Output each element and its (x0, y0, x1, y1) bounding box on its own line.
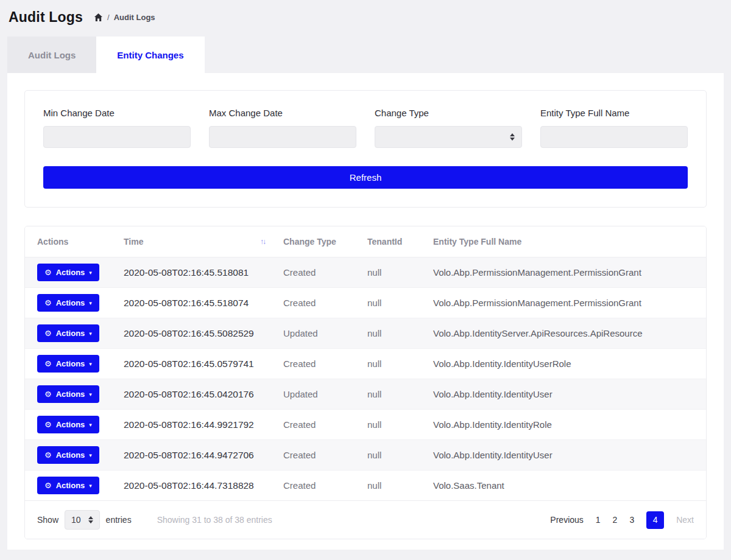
gear-icon: ⚙ (44, 390, 52, 399)
pagination-previous[interactable]: Previous (550, 515, 583, 525)
page-size-select[interactable]: 10 (65, 510, 100, 530)
entity-changes-table-card: Actions Time ↑↓ Change Type TenantId Ent… (24, 226, 707, 539)
header-change-type: Change Type (276, 226, 360, 257)
table-row: ⚙Actions▾ 2020-05-08T02:16:44.9921792 Cr… (25, 410, 706, 440)
pagination-page-1[interactable]: 1 (596, 515, 601, 525)
header-actions: Actions (25, 226, 116, 257)
header-entity-type-full-name: Entity Type Full Name (426, 226, 706, 257)
pagination-page-4-active[interactable]: 4 (646, 511, 664, 529)
table-row: ⚙Actions▾ 2020-05-08T02:16:45.5082529 Up… (25, 318, 706, 349)
caret-down-icon: ▾ (89, 391, 92, 397)
gear-icon: ⚙ (44, 481, 52, 490)
cell-time: 2020-05-08T02:16:44.9921792 (116, 410, 276, 440)
tab-audit-logs[interactable]: Audit Logs (7, 37, 96, 73)
cell-change-type: Updated (276, 318, 360, 349)
entity-type-full-name-input[interactable] (540, 126, 688, 148)
breadcrumb-current: Audit Logs (114, 13, 155, 22)
cell-entity-type: Volo.Abp.Identity.IdentityRole (426, 410, 706, 440)
caret-down-icon: ▾ (89, 483, 92, 489)
header-tenant-id: TenantId (360, 226, 426, 257)
cell-change-type: Created (276, 440, 360, 471)
page-header: Audit Logs / Audit Logs (0, 0, 731, 35)
cell-entity-type: Volo.Abp.PermissionManagement.Permission… (426, 288, 706, 318)
cell-entity-type: Volo.Abp.IdentityServer.ApiResources.Api… (426, 318, 706, 349)
max-change-date-input[interactable] (209, 126, 356, 148)
select-arrows-icon (510, 133, 515, 141)
entity-type-full-name-label: Entity Type Full Name (540, 108, 688, 118)
table-row: ⚙Actions▾ 2020-05-08T02:16:45.518074 Cre… (25, 288, 706, 318)
pagination: Previous 1 2 3 4 Next (550, 511, 694, 529)
header-time[interactable]: Time ↑↓ (116, 226, 276, 257)
caret-down-icon: ▾ (89, 452, 92, 458)
cell-tenant-id: null (360, 410, 426, 440)
actions-dropdown-button[interactable]: ⚙Actions▾ (37, 385, 99, 403)
filter-card: Min Change Date Max Change Date Change T… (24, 90, 707, 208)
refresh-button[interactable]: Refresh (43, 166, 688, 189)
table-row: ⚙Actions▾ 2020-05-08T02:16:45.0420176 Up… (25, 379, 706, 410)
field-min-change-date: Min Change Date (43, 108, 191, 148)
cell-entity-type: Volo.Abp.Identity.IdentityUserRole (426, 349, 706, 379)
entity-changes-table: Actions Time ↑↓ Change Type TenantId Ent… (25, 226, 706, 500)
pagination-next[interactable]: Next (676, 515, 694, 525)
actions-dropdown-button[interactable]: ⚙Actions▾ (37, 446, 99, 464)
entries-label: entries (106, 515, 132, 525)
table-header-row: Actions Time ↑↓ Change Type TenantId Ent… (25, 226, 706, 257)
cell-entity-type: Volo.Abp.Identity.IdentityUser (426, 440, 706, 471)
cell-time: 2020-05-08T02:16:44.7318828 (116, 471, 276, 501)
cell-time: 2020-05-08T02:16:45.0420176 (116, 379, 276, 410)
sort-icon[interactable]: ↑↓ (260, 237, 265, 246)
cell-change-type: Created (276, 410, 360, 440)
cell-tenant-id: null (360, 440, 426, 471)
breadcrumb: / Audit Logs (94, 13, 155, 22)
table-footer: Show 10 entries Showing 31 to 38 of 38 e… (25, 500, 706, 539)
cell-time: 2020-05-08T02:16:44.9472706 (116, 440, 276, 471)
cell-tenant-id: null (360, 349, 426, 379)
cell-time: 2020-05-08T02:16:45.518081 (116, 257, 276, 288)
tab-strip: Audit Logs Entity Changes (7, 37, 724, 73)
cell-time: 2020-05-08T02:16:45.5082529 (116, 318, 276, 349)
pagination-page-3[interactable]: 3 (629, 515, 634, 525)
tab-content-panel: Min Change Date Max Change Date Change T… (7, 73, 724, 550)
cell-change-type: Updated (276, 379, 360, 410)
cell-tenant-id: null (360, 318, 426, 349)
cell-entity-type: Volo.Abp.Identity.IdentityUser (426, 379, 706, 410)
cell-tenant-id: null (360, 471, 426, 501)
pagination-page-2[interactable]: 2 (613, 515, 618, 525)
actions-dropdown-button[interactable]: ⚙Actions▾ (37, 264, 99, 281)
showing-entries-text: Showing 31 to 38 of 38 entries (157, 515, 272, 525)
table-row: ⚙Actions▾ 2020-05-08T02:16:44.9472706 Cr… (25, 440, 706, 471)
gear-icon: ⚙ (44, 298, 52, 307)
cell-change-type: Created (276, 349, 360, 379)
home-icon[interactable] (94, 13, 103, 22)
actions-dropdown-button[interactable]: ⚙Actions▾ (37, 294, 99, 312)
caret-down-icon: ▾ (89, 331, 92, 337)
table-row: ⚙Actions▾ 2020-05-08T02:16:45.0579741 Cr… (25, 349, 706, 379)
gear-icon: ⚙ (44, 359, 52, 368)
breadcrumb-separator: / (107, 13, 110, 22)
table-row: ⚙Actions▾ 2020-05-08T02:16:45.518081 Cre… (25, 257, 706, 288)
show-label: Show (37, 515, 58, 525)
tab-entity-changes[interactable]: Entity Changes (96, 37, 204, 73)
caret-down-icon: ▾ (89, 422, 92, 428)
change-type-select[interactable] (375, 126, 522, 148)
page-size-value: 10 (71, 515, 81, 525)
cell-time: 2020-05-08T02:16:45.0579741 (116, 349, 276, 379)
change-type-label: Change Type (375, 108, 522, 118)
actions-dropdown-button[interactable]: ⚙Actions▾ (37, 477, 99, 494)
cell-tenant-id: null (360, 379, 426, 410)
caret-down-icon: ▾ (89, 270, 92, 276)
gear-icon: ⚙ (44, 450, 52, 460)
gear-icon: ⚙ (44, 420, 52, 429)
field-max-change-date: Max Change Date (209, 108, 356, 148)
page-title: Audit Logs (9, 9, 83, 26)
cell-change-type: Created (276, 257, 360, 288)
actions-dropdown-button[interactable]: ⚙Actions▾ (37, 324, 99, 342)
actions-dropdown-button[interactable]: ⚙Actions▾ (37, 416, 99, 433)
actions-dropdown-button[interactable]: ⚙Actions▾ (37, 355, 99, 373)
caret-down-icon: ▾ (89, 300, 92, 306)
select-arrows-icon (88, 516, 93, 523)
gear-icon: ⚙ (44, 268, 52, 277)
caret-down-icon: ▾ (89, 361, 92, 367)
cell-entity-type: Volo.Abp.PermissionManagement.Permission… (426, 257, 706, 288)
min-change-date-input[interactable] (43, 126, 191, 148)
